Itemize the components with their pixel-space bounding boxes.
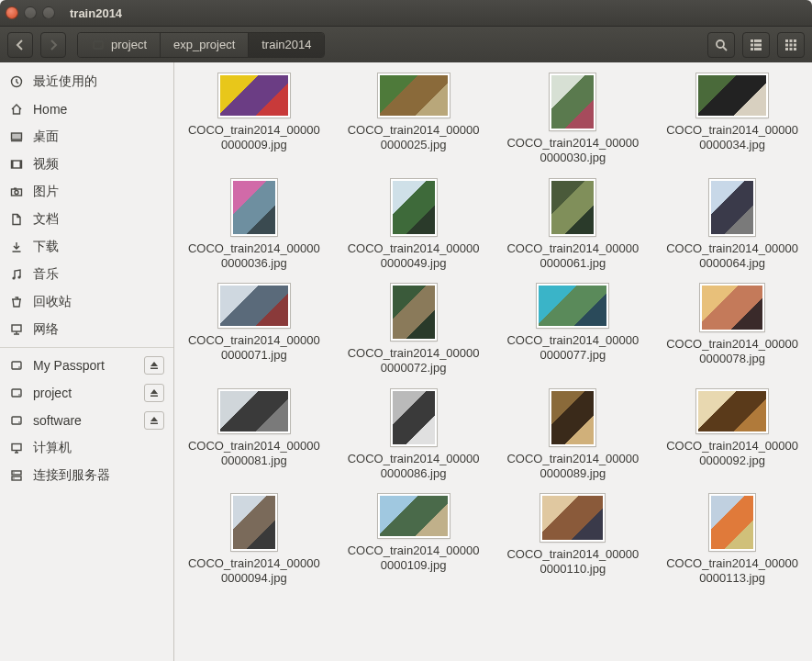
file-name-label: COCO_train2014_000000000071.jpg bbox=[185, 333, 323, 364]
sidebar-item-label: 回收站 bbox=[33, 294, 72, 310]
chevron-left-icon bbox=[15, 39, 26, 50]
sidebar-item[interactable]: 文档 bbox=[0, 206, 173, 233]
svg-rect-28 bbox=[14, 188, 17, 190]
file-thumbnail bbox=[231, 179, 277, 236]
svg-point-45 bbox=[13, 477, 14, 478]
file-item[interactable]: COCO_train2014_000000000077.jpg bbox=[503, 284, 642, 376]
file-item[interactable]: COCO_train2014_000000000094.jpg bbox=[184, 494, 324, 587]
file-thumbnail bbox=[550, 179, 595, 236]
file-item[interactable]: COCO_train2014_000000000109.jpg bbox=[344, 494, 484, 587]
file-name-label: COCO_train2014_000000000113.jpg bbox=[663, 556, 801, 587]
file-item[interactable]: COCO_train2014_000000000086.jpg bbox=[344, 389, 484, 482]
breadcrumb-segment[interactable]: project bbox=[78, 33, 161, 57]
eject-icon bbox=[150, 388, 159, 398]
sidebar-item[interactable]: software bbox=[0, 407, 173, 434]
breadcrumb-segment[interactable]: train2014 bbox=[249, 33, 324, 57]
file-thumbnail bbox=[550, 73, 595, 130]
drive-icon bbox=[91, 38, 106, 52]
window-minimize-button[interactable] bbox=[24, 6, 37, 19]
file-item[interactable]: COCO_train2014_000000000071.jpg bbox=[184, 284, 324, 376]
sidebar-item[interactable]: 视频 bbox=[0, 151, 173, 178]
breadcrumb: projectexp_projecttrain2014 bbox=[77, 32, 325, 58]
sidebar-item-label: 计算机 bbox=[33, 440, 72, 456]
svg-rect-17 bbox=[790, 48, 793, 50]
svg-rect-21 bbox=[12, 133, 22, 140]
window-close-button[interactable] bbox=[6, 6, 18, 19]
svg-rect-5 bbox=[754, 39, 762, 42]
file-item[interactable]: COCO_train2014_000000000113.jpg bbox=[662, 494, 802, 587]
svg-rect-0 bbox=[94, 41, 103, 49]
video-icon bbox=[9, 157, 24, 172]
eject-icon bbox=[150, 361, 159, 370]
file-thumbnail bbox=[218, 389, 290, 433]
file-name-label: COCO_train2014_000000000094.jpg bbox=[185, 556, 323, 587]
file-item[interactable]: COCO_train2014_000000000034.jpg bbox=[662, 73, 802, 166]
file-item[interactable]: COCO_train2014_000000000072.jpg bbox=[344, 284, 484, 376]
window-titlebar: train2014 bbox=[0, 0, 812, 26]
window-maximize-button[interactable] bbox=[42, 6, 55, 19]
view-list-button[interactable] bbox=[742, 32, 770, 58]
sidebar-item[interactable]: 回收站 bbox=[0, 288, 173, 316]
content-pane[interactable]: COCO_train2014_000000000009.jpgCOCO_trai… bbox=[174, 62, 812, 661]
file-item[interactable]: COCO_train2014_000000000110.jpg bbox=[503, 494, 642, 587]
file-item[interactable]: COCO_train2014_000000000081.jpg bbox=[184, 389, 324, 482]
file-thumbnail bbox=[709, 179, 755, 236]
svg-rect-11 bbox=[790, 39, 793, 42]
sidebar-item-label: 桌面 bbox=[33, 129, 59, 145]
sidebar-item[interactable]: project bbox=[0, 379, 173, 407]
eject-button[interactable] bbox=[144, 411, 164, 430]
file-name-label: COCO_train2014_000000000089.jpg bbox=[504, 452, 641, 482]
file-item[interactable]: COCO_train2014_000000000064.jpg bbox=[662, 179, 802, 272]
sidebar-item[interactable]: 桌面 bbox=[0, 123, 173, 151]
file-item[interactable]: COCO_train2014_000000000030.jpg bbox=[503, 73, 642, 166]
view-grid-button[interactable] bbox=[777, 32, 805, 58]
file-item[interactable]: COCO_train2014_000000000092.jpg bbox=[662, 389, 802, 482]
file-name-label: COCO_train2014_000000000034.jpg bbox=[663, 123, 801, 153]
svg-rect-34 bbox=[150, 368, 158, 370]
eject-button[interactable] bbox=[144, 384, 164, 402]
nav-back-button[interactable] bbox=[7, 32, 33, 58]
search-button[interactable] bbox=[707, 32, 735, 58]
file-thumbnail bbox=[391, 389, 437, 446]
sidebar-item[interactable]: 下载 bbox=[0, 233, 173, 261]
sidebar-item-label: 文档 bbox=[33, 211, 59, 228]
eject-button[interactable] bbox=[144, 356, 164, 375]
file-item[interactable]: COCO_train2014_000000000036.jpg bbox=[184, 179, 324, 272]
sidebar-item[interactable]: 最近使用的 bbox=[0, 68, 173, 95]
music-icon bbox=[9, 267, 24, 282]
nav-forward-button[interactable] bbox=[40, 32, 66, 58]
sidebar-item-label: 音乐 bbox=[33, 266, 59, 283]
svg-rect-6 bbox=[751, 43, 753, 46]
breadcrumb-segment[interactable]: exp_project bbox=[161, 33, 249, 57]
sidebar-item[interactable]: 网络 bbox=[0, 316, 173, 343]
sidebar-item[interactable]: Home bbox=[0, 95, 173, 123]
sidebar-item-label: software bbox=[33, 413, 82, 428]
chevron-right-icon bbox=[48, 39, 59, 50]
svg-rect-12 bbox=[794, 39, 796, 42]
file-item[interactable]: COCO_train2014_000000000089.jpg bbox=[503, 389, 642, 482]
main-area: 最近使用的Home桌面视频图片文档下载音乐回收站网络My Passportpro… bbox=[0, 62, 812, 661]
svg-rect-13 bbox=[785, 43, 788, 46]
svg-rect-15 bbox=[794, 43, 796, 46]
file-item[interactable]: COCO_train2014_000000000078.jpg bbox=[662, 284, 802, 376]
sidebar-item[interactable]: 连接到服务器 bbox=[0, 462, 173, 489]
svg-point-30 bbox=[17, 275, 20, 278]
sidebar-item[interactable]: 音乐 bbox=[0, 261, 173, 288]
file-thumbnail bbox=[378, 73, 450, 118]
sidebar-item[interactable]: 计算机 bbox=[0, 434, 173, 462]
file-item[interactable]: COCO_train2014_000000000025.jpg bbox=[344, 73, 484, 166]
file-thumbnail bbox=[540, 494, 605, 542]
file-thumbnail bbox=[709, 494, 755, 551]
search-icon bbox=[715, 39, 728, 51]
network-folder-icon bbox=[9, 322, 24, 337]
file-item[interactable]: COCO_train2014_000000000061.jpg bbox=[503, 179, 642, 272]
file-thumbnail bbox=[696, 389, 768, 433]
sidebar-item[interactable]: My Passport bbox=[0, 352, 173, 379]
sidebar-item[interactable]: 图片 bbox=[0, 178, 173, 206]
file-name-label: COCO_train2014_000000000086.jpg bbox=[345, 452, 483, 482]
file-grid: COCO_train2014_000000000009.jpgCOCO_trai… bbox=[184, 73, 803, 587]
file-item[interactable]: COCO_train2014_000000000009.jpg bbox=[184, 73, 324, 166]
file-item[interactable]: COCO_train2014_000000000049.jpg bbox=[344, 179, 484, 272]
file-name-label: COCO_train2014_000000000092.jpg bbox=[663, 439, 801, 469]
file-name-label: COCO_train2014_000000000061.jpg bbox=[504, 241, 641, 272]
